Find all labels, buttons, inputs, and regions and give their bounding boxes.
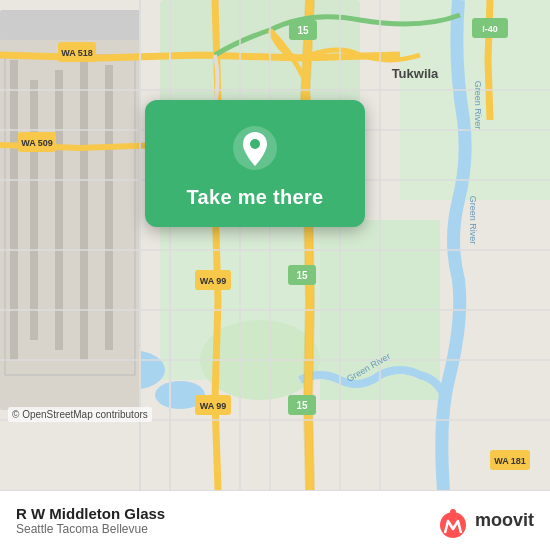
place-subtitle: Seattle Tacoma Bellevue — [16, 522, 165, 536]
bottom-bar: R W Middleton Glass Seattle Tacoma Belle… — [0, 490, 550, 550]
take-me-there-button[interactable]: Take me there — [187, 186, 324, 209]
svg-rect-11 — [55, 70, 63, 350]
svg-rect-12 — [80, 50, 88, 360]
svg-rect-13 — [105, 65, 113, 350]
svg-rect-8 — [0, 30, 140, 410]
svg-text:Green River: Green River — [473, 81, 483, 130]
svg-text:I-40: I-40 — [482, 24, 498, 34]
svg-text:15: 15 — [296, 270, 308, 281]
svg-text:WA 99: WA 99 — [200, 276, 227, 286]
svg-point-54 — [450, 509, 456, 515]
svg-point-52 — [250, 139, 260, 149]
cta-card: Take me there — [145, 100, 365, 227]
map-view: WA 518 WA 509 WA 99 WA 99 15 15 15 I-40 … — [0, 0, 550, 490]
svg-text:WA 509: WA 509 — [21, 138, 53, 148]
svg-text:15: 15 — [297, 25, 309, 36]
moovit-brand-text: moovit — [475, 510, 534, 531]
svg-rect-15 — [0, 10, 140, 40]
svg-rect-9 — [10, 60, 18, 360]
svg-rect-10 — [30, 80, 38, 340]
location-pin-icon — [231, 124, 279, 172]
moovit-logo-icon — [435, 503, 471, 539]
map-attribution: © OpenStreetMap contributors — [8, 407, 152, 422]
moovit-logo[interactable]: moovit — [435, 503, 534, 539]
svg-text:Green River: Green River — [468, 196, 478, 245]
svg-text:15: 15 — [296, 400, 308, 411]
svg-text:WA 99: WA 99 — [200, 401, 227, 411]
svg-text:WA 181: WA 181 — [494, 456, 526, 466]
svg-text:Tukwila: Tukwila — [392, 66, 439, 81]
svg-text:WA 518: WA 518 — [61, 48, 93, 58]
place-name: R W Middleton Glass — [16, 505, 165, 522]
